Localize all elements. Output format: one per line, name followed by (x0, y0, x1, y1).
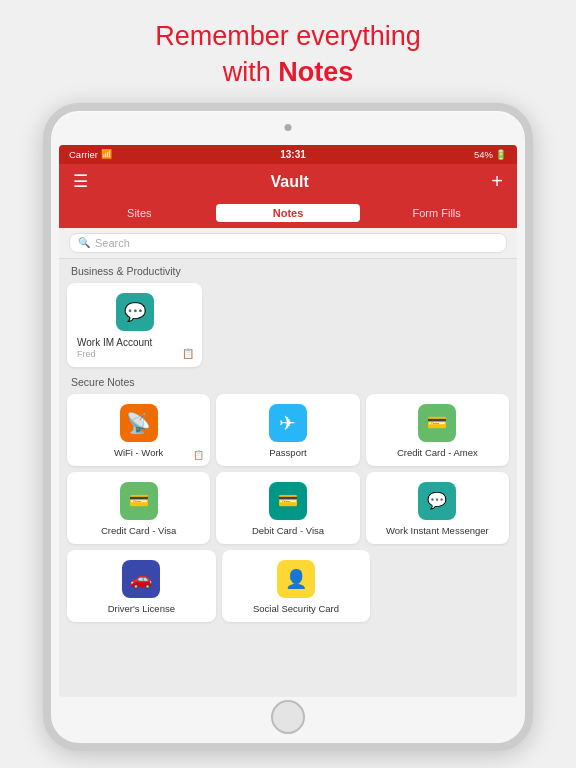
content: Business & Productivity 💬 Work IM Accoun… (59, 259, 517, 697)
header-line1: Remember everything (155, 21, 421, 51)
screen: Carrier 📶 13:31 54% 🔋 ☰ Vault + Sites No… (59, 145, 517, 697)
wifi-note-icon: 📋 (193, 450, 204, 460)
card-work-im[interactable]: 💬 Work IM Account Fred 📋 (67, 283, 202, 367)
drivers-icon: 🚗 (122, 560, 160, 598)
nav-bar: ☰ Vault + (59, 164, 517, 200)
debit-visa-label: Debit Card - Visa (224, 525, 351, 536)
card-wifi-work[interactable]: 📡 WiFi - Work 📋 (67, 394, 210, 466)
status-battery: 54% 🔋 (474, 149, 507, 160)
debit-visa-icon: 💳 (269, 482, 307, 520)
status-carrier: Carrier 📶 (69, 149, 112, 160)
work-im-sublabel: Fred (77, 349, 96, 359)
card-debit-visa[interactable]: 💳 Debit Card - Visa (216, 472, 359, 544)
nav-add-icon[interactable]: + (491, 170, 503, 193)
status-time: 13:31 (280, 149, 306, 160)
drivers-label: Driver's License (75, 603, 208, 614)
app-header: Remember everything with Notes (135, 0, 441, 103)
section-title-business: Business & Productivity (59, 259, 517, 280)
search-bar: 🔍 Search (59, 228, 517, 259)
card-passport[interactable]: ✈ Passport (216, 394, 359, 466)
social-security-icon: 👤 (277, 560, 315, 598)
passport-label: Passport (224, 447, 351, 458)
section-title-secure: Secure Notes (59, 372, 517, 391)
wifi-label: WiFi - Work (75, 447, 202, 458)
passport-icon: ✈ (269, 404, 307, 442)
tab-form-fills[interactable]: Form Fills (364, 204, 509, 222)
card-social-security[interactable]: 👤 Social Security Card (222, 550, 371, 622)
work-im-icon: 💬 (116, 293, 154, 331)
battery-icon: 🔋 (495, 149, 507, 160)
credit-visa-icon: 💳 (120, 482, 158, 520)
header-line2: with (223, 57, 279, 87)
ipad-frame: Carrier 📶 13:31 54% 🔋 ☰ Vault + Sites No… (43, 103, 533, 751)
work-im-label: Work IM Account (77, 337, 192, 348)
card-drivers-license[interactable]: 🚗 Driver's License (67, 550, 216, 622)
tab-bar: Sites Notes Form Fills (59, 200, 517, 228)
wifi-icon: 📡 (120, 404, 158, 442)
work-im-note-icon: 📋 (182, 348, 194, 359)
search-placeholder: Search (95, 237, 130, 249)
nav-menu-icon[interactable]: ☰ (73, 171, 88, 192)
search-input-wrapper[interactable]: 🔍 Search (69, 233, 507, 253)
card-work-messenger[interactable]: 💬 Work Instant Messenger (366, 472, 509, 544)
nav-title: Vault (271, 173, 309, 191)
status-bar: Carrier 📶 13:31 54% 🔋 (59, 145, 517, 164)
work-messenger-icon: 💬 (418, 482, 456, 520)
credit-visa-label: Credit Card - Visa (75, 525, 202, 536)
header-bold: Notes (278, 57, 353, 87)
credit-amex-label: Credit Card - Amex (374, 447, 501, 458)
section-business: Business & Productivity 💬 Work IM Accoun… (59, 259, 517, 372)
section-secure-notes: Secure Notes 📡 WiFi - Work 📋 (59, 372, 517, 626)
credit-amex-icon: 💳 (418, 404, 456, 442)
wifi-status-icon: 📶 (101, 149, 112, 159)
tab-sites[interactable]: Sites (67, 204, 212, 222)
card-credit-amex[interactable]: 💳 Credit Card - Amex (366, 394, 509, 466)
ipad-camera (285, 124, 292, 131)
social-security-label: Social Security Card (230, 603, 363, 614)
card-empty-placeholder (376, 550, 509, 622)
work-messenger-label: Work Instant Messenger (374, 525, 501, 536)
tab-notes[interactable]: Notes (216, 204, 361, 222)
search-icon: 🔍 (78, 237, 90, 248)
ipad-home-button (271, 700, 305, 734)
card-credit-visa[interactable]: 💳 Credit Card - Visa (67, 472, 210, 544)
